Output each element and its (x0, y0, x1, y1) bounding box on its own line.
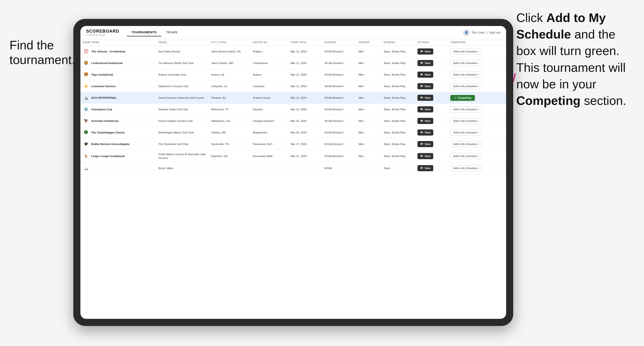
table-row: 🦅 Schenkel Invitational Forest Heights C… (80, 115, 506, 127)
nav-tabs: TOURNAMENTS TEAMS (127, 28, 182, 36)
event-name: Tiger Invitational (91, 73, 113, 77)
hosted-cell: Houston (250, 104, 288, 115)
venue-cell: Great Waters Course At Reynolds Lake Oco… (156, 150, 209, 163)
eye-icon: 👁 (420, 73, 423, 76)
table-row: ⛰️ GCU INVITATIONAL Grand Canyon Univers… (80, 92, 506, 104)
division-cell: NCAA Division I (322, 57, 356, 69)
tab-teams[interactable]: TEAMS (161, 28, 182, 36)
date-cell: Mar 11, 2024 (288, 57, 322, 69)
header-right: 👤 Test User | Sign out (463, 29, 500, 36)
venue-cell: Brook Valley (156, 163, 209, 174)
venue-cell: Shadow Hawk Golf Club (156, 104, 209, 115)
logo-area: SCOREBOARD Powered by clippd (86, 29, 119, 36)
gender-cell: Men (356, 150, 381, 163)
gender-cell (356, 163, 381, 174)
city-cell: Saint Charles, MO (209, 57, 250, 69)
tournaments-table: EVENT NAME VENUE CITY, STATE HOSTED BY S… (80, 39, 506, 174)
table-row: 🦁 Lindenwood Invitational The Missouri B… (80, 57, 506, 69)
tab-tournaments[interactable]: TOURNAMENTS (127, 28, 161, 36)
gender-cell: Men (356, 57, 381, 69)
scoring-cell: Team, Stroke Play (381, 81, 415, 92)
division-cell: NCAA Division I (322, 150, 356, 163)
table-row: 🅁 The Johnnie - O Individual Sea Palms R… (80, 46, 506, 57)
eye-icon: 👁 (420, 85, 423, 88)
view-button[interactable]: 👁View (418, 95, 433, 101)
add-to-schedule-button[interactable]: Add to My Schedule + (450, 153, 482, 159)
hosted-cell: Georgia Southern (250, 115, 288, 127)
view-button[interactable]: 👁View (418, 106, 433, 112)
gender-cell: Men (356, 138, 381, 150)
venue-cell: The Missouri Bluffs Golf Club (156, 57, 209, 69)
add-to-schedule-button[interactable]: Add to My Schedule + (450, 72, 482, 78)
school-logo: 🐯 (83, 71, 90, 78)
date-cell: Mar 16, 2024 (288, 127, 322, 138)
add-to-schedule-button[interactable]: Add to My Schedule + (450, 48, 482, 55)
table-row: 🦌 Linger Longer Invitational Great Water… (80, 150, 506, 163)
city-cell: Phoenix, AZ (209, 92, 250, 104)
venue-cell: Auburn University Club (156, 69, 209, 81)
add-to-schedule-button[interactable]: Add to My Schedule + (450, 118, 482, 124)
division-cell: NCAA Division I (322, 92, 356, 104)
gender-cell: Men (356, 127, 381, 138)
actions-cell: 👁View (415, 127, 448, 138)
view-button[interactable]: 👁View (418, 153, 433, 159)
event-name-cell: ⚜️ Louisiana Classics (83, 83, 154, 90)
view-button[interactable]: 👁View (418, 48, 433, 55)
venue-cell: Forest Heights Country Club (156, 115, 209, 127)
event-name: Bobby Nichols Intercollegiate (91, 142, 130, 146)
view-button[interactable]: 👁View (418, 83, 433, 89)
event-name-cell: 🎓 Bobby Nichols Intercollegiate (83, 141, 154, 147)
city-cell: Urbana, MD (209, 127, 250, 138)
add-to-schedule-button[interactable]: Add to My Schedule + (450, 106, 482, 112)
competing-button[interactable]: ✓Competing (450, 95, 475, 101)
event-name-cell: 🦁 Lindenwood Invitational (83, 60, 154, 66)
view-button[interactable]: 👁View (418, 129, 433, 136)
city-cell: Auburn, AL (209, 69, 250, 81)
table-row: 🅑 The Carpetbagger Classic Worthington M… (80, 127, 506, 138)
competing-cell: Add to My Schedule + (448, 46, 506, 57)
add-to-schedule-button[interactable]: Add to My Schedule + (450, 60, 482, 66)
add-to-schedule-button[interactable]: Add to My Schedule + (450, 165, 482, 171)
school-logo: ⚙️ (83, 106, 90, 113)
view-button[interactable]: 👁View (418, 165, 433, 171)
sign-out-link[interactable]: Sign out (489, 31, 500, 34)
city-cell: Richmond, TX (209, 104, 250, 115)
city-cell (209, 163, 250, 174)
check-icon: ✓ (454, 96, 456, 99)
event-name-cell: ⚙️ Champions Cup (83, 106, 154, 113)
division-cell: NCAA Division I (322, 46, 356, 57)
actions-cell: 👁View (415, 69, 448, 81)
school-logo: 🎓 (83, 141, 90, 147)
date-cell: Mar 11, 2024 (288, 81, 322, 92)
eye-icon: 👁 (420, 96, 423, 99)
gender-cell: Men (356, 104, 381, 115)
col-header-date: START DATE (288, 39, 322, 46)
event-name: Champions Cup (91, 107, 112, 111)
view-button[interactable]: 👁View (418, 141, 433, 147)
col-header-actions: ACTIONS (415, 39, 448, 46)
date-cell: Mar 15, 2024 (288, 115, 322, 127)
competing-cell: Add to My Schedule + (448, 138, 506, 150)
table-row: ⚜️ Louisiana Classics Oakbourne Country … (80, 81, 506, 92)
school-logo: 🦁 (83, 60, 90, 66)
add-to-schedule-button[interactable]: Add to My Schedule + (450, 83, 482, 89)
event-name: Louisiana Classics (91, 84, 116, 88)
view-button[interactable]: 👁View (418, 72, 433, 78)
event-name-cell: 🐯 Tiger Invitational (83, 71, 154, 78)
actions-cell: 👁View (415, 81, 448, 92)
table-row: 🐯 Tiger Invitational Auburn University C… (80, 69, 506, 81)
venue-cell: Worthington Manor Golf Club (156, 127, 209, 138)
col-header-hosted: HOSTED BY (250, 39, 288, 46)
date-cell: Mar 11, 2024 (288, 69, 322, 81)
event-name: The Carpetbagger Classic (91, 131, 125, 134)
venue-cell: The Sevierville Golf Club (156, 138, 209, 150)
division-cell: NCAA Division I (322, 69, 356, 81)
add-to-schedule-button[interactable]: Add to My Schedule + (450, 141, 482, 147)
actions-cell: 👁View (415, 150, 448, 163)
add-to-schedule-button[interactable]: Add to My Schedule + (450, 129, 482, 136)
hosted-cell: Binghamton (250, 127, 288, 138)
app-header: SCOREBOARD Powered by clippd TOURNAMENTS… (80, 26, 506, 39)
scoring-cell: Team, Stroke Play (381, 104, 415, 115)
view-button[interactable]: 👁View (418, 118, 433, 124)
view-button[interactable]: 👁View (418, 60, 433, 66)
